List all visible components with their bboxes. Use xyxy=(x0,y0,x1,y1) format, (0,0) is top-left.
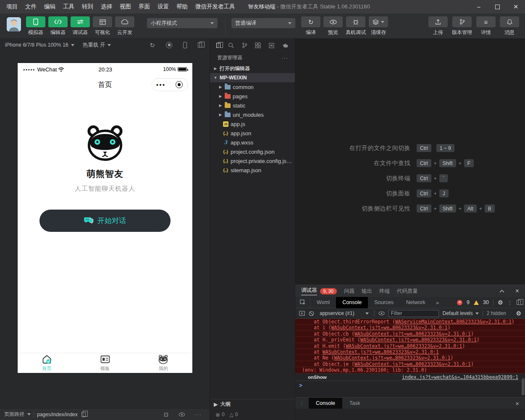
tree-item-file[interactable]: {..} sitemap.json xyxy=(210,165,295,175)
tab-debugger[interactable]: 调试器 9, 30 xyxy=(301,287,337,295)
menu-wechat-devtools[interactable]: 微信开发者工具 xyxy=(192,0,239,13)
teapot-icon[interactable] xyxy=(282,43,289,48)
tree-item-file[interactable]: {..} project.config.json xyxy=(210,147,295,156)
page-path-label[interactable]: 页面路径 xyxy=(4,411,24,418)
menu-help[interactable]: 帮助 xyxy=(173,0,192,13)
bug-icon[interactable] xyxy=(163,412,169,417)
more-dots-icon[interactable]: ··· xyxy=(281,55,288,61)
tree-item-folder[interactable]: ▶ common xyxy=(210,82,295,92)
tab-terminal[interactable]: 终端 xyxy=(379,288,390,295)
console-prompt[interactable]: > xyxy=(295,381,525,389)
source-link[interactable]: index.js?t=wechat&s=…104a315bbeea92899:1 xyxy=(402,374,518,380)
tree-item-file[interactable]: {..} app.json xyxy=(210,129,295,138)
console-filter-input[interactable] xyxy=(388,310,439,317)
tree-item-file[interactable]: 3 app.wxss xyxy=(210,138,295,147)
menu-interface[interactable]: 界面 xyxy=(135,0,154,13)
tab-output[interactable]: 输出 xyxy=(362,288,372,295)
close-miniprogram-button[interactable] xyxy=(170,81,188,88)
editor-toggle[interactable]: 编辑器 xyxy=(48,16,68,36)
close-button[interactable]: × xyxy=(507,0,525,13)
eye-icon[interactable] xyxy=(178,412,185,417)
source-link[interactable]: WAServiceMainContext…80623323&v=2.31.0:1 xyxy=(395,319,512,325)
source-link[interactable]: WASubContext.js?t=we…80623323&v=2.31.0:1 xyxy=(323,349,439,355)
console-settings-gear-icon[interactable]: ⚙ xyxy=(516,310,521,317)
tab-home[interactable]: 首页 xyxy=(18,353,76,373)
compile-button[interactable]: ↻ 编译 xyxy=(301,16,320,36)
device-select[interactable]: iPhone 6/7/8 Plus 100% 16 xyxy=(5,42,74,48)
tree-item-file[interactable]: {..} project.private.config.js… xyxy=(210,156,295,165)
files-icon[interactable] xyxy=(216,43,220,48)
more-dots-icon[interactable]: ●●● xyxy=(152,83,170,87)
inspect-element-icon[interactable] xyxy=(295,297,310,308)
clear-console-icon[interactable] xyxy=(309,311,314,316)
source-link[interactable]: WASubContext.js?t=we…80623323&v=2.31.0:1 xyxy=(354,361,471,367)
log-levels-select[interactable]: Default levels xyxy=(443,310,479,316)
drawer-handle-icon[interactable]: ⋮ xyxy=(295,400,309,406)
project-root-item[interactable]: ▼ MP-WEIXIN xyxy=(210,73,295,82)
source-link[interactable]: WASubContext.js?t=we…80623323&v=2.31.0:1 xyxy=(331,325,448,331)
tab-wxml[interactable]: Wxml xyxy=(310,297,336,308)
upload-button[interactable]: 上传 xyxy=(428,16,448,36)
open-editors-section[interactable]: ▶ 打开的编辑器 xyxy=(210,64,295,73)
menu-settings[interactable]: 设置 xyxy=(154,0,173,13)
copy-path-icon[interactable] xyxy=(81,412,86,417)
phone-frame-icon[interactable] xyxy=(183,42,187,48)
tab-console[interactable]: Console xyxy=(336,297,368,308)
mode-select[interactable]: 小程序模式 xyxy=(147,18,218,28)
more-dots-icon[interactable]: ··· xyxy=(194,412,202,417)
restart-icon[interactable]: ↻ xyxy=(150,42,155,48)
undock-icon[interactable] xyxy=(517,300,521,305)
close-drawer-icon[interactable]: × xyxy=(515,400,525,407)
live-expression-eye-icon[interactable] xyxy=(378,311,385,315)
search-icon[interactable] xyxy=(228,42,234,48)
tab-template[interactable]: 模板 xyxy=(76,353,134,373)
chevron-up-icon[interactable] xyxy=(499,290,504,293)
gear-icon[interactable]: ⚙ xyxy=(498,299,503,306)
multi-window-icon[interactable] xyxy=(198,42,202,47)
details-button[interactable]: ≡ 详情 xyxy=(476,16,496,36)
tab-network[interactable]: Network xyxy=(400,297,432,308)
kebab-menu-icon[interactable]: ⋮ xyxy=(507,299,513,306)
menu-edit[interactable]: 编辑 xyxy=(40,0,59,13)
context-select[interactable]: appservice (#1) xyxy=(318,310,370,316)
tab-mine[interactable]: 我的 xyxy=(134,353,192,373)
record-icon[interactable] xyxy=(166,42,172,48)
drawer-tab-console[interactable]: Console xyxy=(309,398,342,409)
debugger-toggle[interactable]: 调试器 xyxy=(71,16,90,36)
tree-item-folder[interactable]: ▶ uni_modules xyxy=(210,110,295,119)
hot-reload-select[interactable]: 热重载 开 xyxy=(83,42,111,49)
scrollbar-thumb[interactable] xyxy=(522,378,525,395)
more-tabs-icon[interactable]: » xyxy=(432,299,443,306)
version-control-button[interactable]: 版本管理 xyxy=(452,16,472,36)
menu-goto[interactable]: 转到 xyxy=(78,0,97,13)
compile-mode-select[interactable]: 普通编译 xyxy=(231,18,295,28)
messages-button[interactable]: 消息 xyxy=(500,16,519,36)
menu-project[interactable]: 项目 xyxy=(3,0,21,13)
remote-debug-button[interactable]: 真机调试 xyxy=(346,16,366,36)
menu-select[interactable]: 选择 xyxy=(97,0,116,13)
source-link[interactable]: WASubContext.js?t=we…80623323&v=2.31.0:1 xyxy=(346,343,462,349)
jump-to-source-icon[interactable] xyxy=(299,311,305,316)
source-link[interactable]: WASubContext.js?t=we…80623323&v=2.31.0:1 xyxy=(334,355,450,361)
menu-tools[interactable]: 工具 xyxy=(59,0,78,13)
tree-item-folder[interactable]: ▶ pages xyxy=(210,92,295,101)
clear-cache-button[interactable]: 清缓存 xyxy=(369,16,388,36)
visualization-toggle[interactable]: 可视化 xyxy=(93,16,112,36)
simulator-toggle[interactable]: 模拟器 xyxy=(26,16,45,36)
tree-item-folder[interactable]: ▶ static xyxy=(210,101,295,110)
menu-view[interactable]: 视图 xyxy=(116,0,135,13)
menu-file[interactable]: 文件 xyxy=(21,0,40,13)
preview-button[interactable]: 预览 xyxy=(323,16,343,36)
cloud-dev-toggle[interactable]: 云开发 xyxy=(115,16,134,36)
npm-box-icon[interactable] xyxy=(269,43,274,48)
source-link[interactable]: WASubContext.js?t=we…80623323&v=2.31.0:1 xyxy=(360,337,477,343)
minimize-button[interactable]: − xyxy=(470,0,488,13)
source-control-icon[interactable] xyxy=(242,42,247,48)
tab-problems[interactable]: 问题 xyxy=(344,288,354,295)
source-link[interactable]: WASubContext.js?t=we…80623323&v=2.31.0:1 xyxy=(354,331,471,337)
maximize-button[interactable] xyxy=(488,0,507,13)
outline-section[interactable]: ▶ 大纲 xyxy=(210,399,295,409)
close-panel-icon[interactable]: × xyxy=(515,287,519,295)
tab-sources[interactable]: Sources xyxy=(368,297,400,308)
user-avatar[interactable] xyxy=(7,17,21,32)
